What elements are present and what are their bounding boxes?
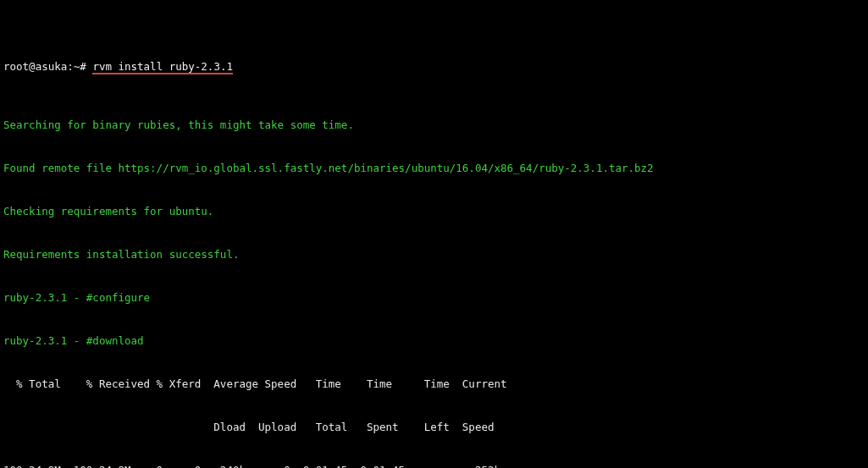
output-line: Found remote file https://rvm_io.global.… [3,161,865,175]
command-rvm-install: rvm install ruby-2.3.1 [92,61,233,74]
terminal[interactable]: root@asuka:~# rvm install ruby-2.3.1 Sea… [0,0,868,468]
curl-row: 100 24.8M 100 24.8M 0 0 240k 0 0:01:45 0… [3,463,865,468]
curl-subheader: Dload Upload Total Spent Left Speed [3,420,865,434]
curl-header: % Total % Received % Xferd Average Speed… [3,377,865,391]
output-line: ruby-2.3.1 - #download [3,333,865,348]
output-line: ruby-2.3.1 - #configure [3,290,865,305]
prompt-line-1[interactable]: root@asuka:~# rvm install ruby-2.3.1 [3,45,865,74]
prompt-user: root@asuka [3,60,67,73]
output-line: Checking requirements for ubuntu. [3,204,865,218]
output-line: Searching for binary rubies, this might … [3,118,865,132]
output-line: Requirements installation successful. [3,247,865,262]
